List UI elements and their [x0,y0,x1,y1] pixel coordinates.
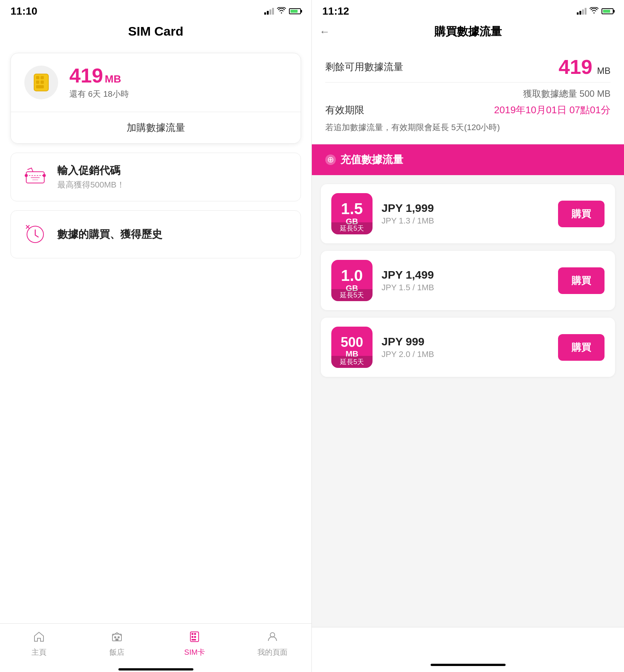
right-home-indicator [431,664,506,666]
right-content: 剩餘可用數據流量 419 MB 獲取數據總量 500 MB 有效期限 2019年… [312,46,624,627]
right-status-icons [577,7,614,16]
nav-sim-label: SIM卡 [184,647,205,657]
expiry-row: 有效期限 2019年10月01日 07點01分 [325,104,611,117]
wifi-icon [277,7,286,16]
info-divider [325,82,611,82]
package-size-2: 500 [341,336,363,349]
promo-subtitle: 最高獲得500MB！ [57,179,125,190]
package-badge-2: 500 MB 延長5天 [331,327,373,368]
svg-rect-2 [40,76,44,80]
nav-hotel-label: 飯店 [109,647,124,657]
sim-icon-wrap [24,66,58,99]
left-header-title: SIM Card [128,24,183,39]
svg-rect-9 [31,177,40,178]
info-section: 剩餘可用數據流量 419 MB 獲取數據總量 500 MB 有效期限 2019年… [312,46,624,144]
remain-unit: MB [597,66,611,76]
data-info: 419 MB 還有 6天 18小時 [69,65,129,100]
svg-rect-10 [32,179,38,180]
svg-rect-17 [192,633,193,635]
buy-button-0[interactable]: 購買 [558,201,605,227]
svg-rect-20 [194,636,196,638]
plus-icon: ⊕ [325,154,336,165]
svg-rect-18 [194,633,196,635]
promo-code-item[interactable]: 輸入促銷代碼 最高獲得500MB！ [10,153,301,201]
back-button[interactable]: ← [319,26,330,38]
package-price-2: JPY 999 [382,335,549,348]
package-extend-0: 延長5天 [331,222,373,234]
buy-button-2[interactable]: 購買 [558,334,605,361]
buy-button-1[interactable]: 購買 [558,267,605,294]
package-info-0: JPY 1,999 JPY 1.3 / 1MB [382,202,549,226]
svg-rect-5 [36,85,44,88]
svg-rect-21 [192,639,196,640]
remain-value: 419 [558,56,592,78]
expiry-label: 有效期限 [325,104,364,117]
data-expiry: 還有 6天 18小時 [69,88,129,100]
expiry-value: 2019年10月01日 07點01分 [494,104,611,117]
left-status-bar: 11:10 [0,0,311,20]
right-bottom [312,627,624,672]
signal-icon [264,8,274,15]
package-per-mb-1: JPY 1.5 / 1MB [382,283,549,292]
svg-rect-19 [192,636,193,638]
bottom-nav: 主頁 飯店 [0,623,311,668]
battery-icon [289,8,301,14]
nav-profile-label: 我的頁面 [257,647,287,657]
package-item-2: 500 MB 延長5天 JPY 999 JPY 2.0 / 1MB 購買 [321,318,615,377]
package-size-0: 1.5 [341,201,363,217]
package-badge-0: 1.5 GB 延長5天 [331,193,373,234]
svg-rect-3 [36,81,39,84]
svg-point-7 [25,174,28,177]
nav-sim[interactable]: SIM卡 [156,631,234,657]
package-per-mb-2: JPY 2.0 / 1MB [382,350,549,359]
package-info-1: JPY 1,499 JPY 1.5 / 1MB [382,268,549,292]
package-extend-2: 延長5天 [331,356,373,368]
right-header-title: 購買數據流量 [434,24,502,39]
history-title: 數據的購買、獲得歷史 [57,227,162,242]
promo-icon [22,164,48,190]
add-data-button[interactable]: 加購數據流量 [11,112,301,143]
right-status-bar: 11:12 [312,0,624,20]
profile-icon [267,631,278,645]
right-signal-icon [577,8,587,15]
svg-rect-4 [40,81,44,84]
hotel-icon [111,631,123,645]
left-home-indicator [118,668,193,670]
history-item[interactable]: 數據的購買、獲得歷史 [10,210,301,258]
package-per-mb-0: JPY 1.3 / 1MB [382,216,549,226]
package-item-0: 1.5 GB 延長5天 JPY 1,999 JPY 1.3 / 1MB 購買 [321,184,615,243]
package-extend-1: 延長5天 [331,289,373,301]
package-item-1: 1.0 GB 延長5天 JPY 1,499 JPY 1.5 / 1MB 購買 [321,251,615,310]
right-battery-icon [602,8,614,14]
nav-home[interactable]: 主頁 [0,631,78,657]
info-note: 若追加數據流量，有效期限會延長 5天(120小時) [325,121,611,134]
data-card: 419 MB 還有 6天 18小時 加購數據流量 [10,53,301,144]
nav-profile[interactable]: 我的頁面 [233,631,311,657]
right-header: ← 購買數據流量 [312,20,624,46]
left-panel: 11:10 SIM Card [0,0,312,672]
right-time: 11:12 [322,5,349,17]
package-list: 1.5 GB 延長5天 JPY 1,999 JPY 1.3 / 1MB 購買 1… [312,175,624,386]
nav-home-label: 主頁 [31,647,46,657]
sim-card-icon [31,73,51,92]
nav-hotel[interactable]: 飯店 [78,631,156,657]
data-amount: 419 [69,64,103,87]
svg-rect-1 [36,76,39,80]
left-header: SIM Card [0,20,311,45]
total-label: 獲取數據總量 500 MB [523,88,611,99]
left-content: 419 MB 還有 6天 18小時 加購數據流量 [0,45,311,623]
promo-text: 輸入促銷代碼 最高獲得500MB！ [57,164,125,190]
left-time: 11:10 [10,5,37,17]
svg-rect-15 [115,639,118,641]
remain-label: 剩餘可用數據流量 [325,60,403,74]
svg-rect-14 [118,636,120,638]
package-size-1: 1.0 [341,268,363,284]
remain-row: 剩餘可用數據流量 419 MB [325,57,611,77]
package-info-2: JPY 999 JPY 2.0 / 1MB [382,335,549,359]
sim-nav-icon [189,631,200,645]
svg-point-8 [43,174,46,177]
home-icon [33,631,45,645]
svg-rect-13 [114,636,116,638]
data-unit: MB [105,73,121,85]
bottom-spacer [312,386,624,461]
